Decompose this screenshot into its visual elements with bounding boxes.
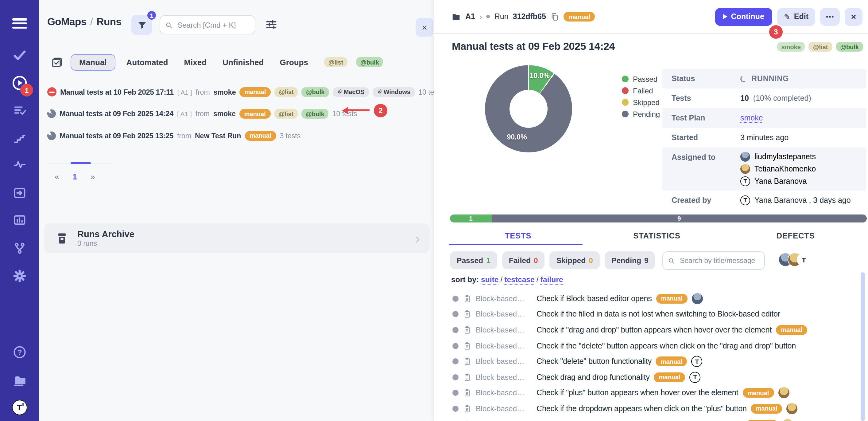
import-icon[interactable] bbox=[12, 186, 26, 200]
assignee[interactable]: liudmylastepanets bbox=[740, 151, 866, 162]
edit-button[interactable]: ✎ Edit bbox=[777, 8, 815, 26]
tab-unfinished[interactable]: Unfinished bbox=[222, 57, 264, 67]
run-row-1[interactable]: Manual tests at 10 Feb 2025 17:11 [ A1 ]… bbox=[39, 81, 434, 103]
sort-controls: sort by: suite/testcase/failure bbox=[451, 275, 563, 284]
app-root: 1 ? T GoMaps/Runs bbox=[0, 0, 868, 421]
manual-badge: manual bbox=[239, 87, 271, 97]
milestones-icon[interactable] bbox=[12, 241, 26, 255]
assignee[interactable]: TetianaKhomenko bbox=[740, 164, 866, 174]
clipboard-icon bbox=[463, 389, 471, 397]
page-next[interactable]: » bbox=[91, 172, 95, 181]
suite-crumb[interactable]: A1 bbox=[465, 12, 475, 21]
filter-label: Passed bbox=[457, 256, 483, 264]
filter-skipped[interactable]: Skipped0 bbox=[550, 251, 600, 269]
run-label: Run bbox=[494, 12, 508, 21]
testcases-icon[interactable] bbox=[12, 48, 27, 63]
filter-failed[interactable]: Failed0 bbox=[502, 251, 545, 269]
tab-automated[interactable]: Automated bbox=[126, 57, 168, 67]
run-id: 312dfb65 bbox=[513, 12, 546, 21]
sort-separator: / bbox=[536, 275, 539, 284]
test-row[interactable]: Block-based… Check if Block-based editor… bbox=[434, 291, 868, 306]
sidebar: 1 ? T bbox=[0, 0, 39, 421]
env-windows-chip: ⚙Windows bbox=[372, 87, 415, 97]
run-from-label: from bbox=[177, 132, 191, 140]
files-icon[interactable] bbox=[12, 372, 27, 388]
checklist-icon[interactable] bbox=[12, 104, 26, 118]
filter-passed[interactable]: Passed1 bbox=[450, 251, 497, 269]
assignee[interactable]: TYana Baranova bbox=[740, 176, 866, 187]
avatar-letter: T bbox=[693, 374, 697, 381]
spinner-icon bbox=[740, 75, 748, 83]
pending-dot-icon bbox=[453, 358, 459, 364]
runs-search[interactable] bbox=[160, 16, 255, 34]
more-button[interactable]: ⋯ bbox=[820, 8, 840, 26]
sort-by-testcase[interactable]: testcase bbox=[504, 275, 534, 284]
help-icon[interactable]: ? bbox=[12, 345, 27, 360]
pagination-indicator bbox=[48, 163, 112, 164]
assignee-avatar bbox=[692, 293, 703, 304]
info-label: Tests bbox=[672, 94, 740, 103]
tab-mixed[interactable]: Mixed bbox=[184, 57, 207, 67]
manual-badge: manual bbox=[751, 404, 782, 414]
test-suite: Block-based… bbox=[476, 294, 532, 303]
select-runs-icon[interactable] bbox=[51, 56, 63, 68]
breadcrumb-separator: / bbox=[90, 16, 93, 27]
sort-separator: / bbox=[500, 275, 502, 284]
test-row[interactable]: Block-based… Check if the "delete" butto… bbox=[434, 338, 868, 354]
sort-by-suite[interactable]: suite bbox=[481, 275, 498, 284]
steps-icon[interactable] bbox=[12, 132, 26, 145]
chart-legend: Passed Failed Skipped Pending bbox=[622, 73, 660, 120]
menu-icon[interactable] bbox=[12, 16, 27, 30]
test-row[interactable]: Block-based… Check if "plus" button appe… bbox=[434, 385, 868, 401]
sort-by-failure[interactable]: failure bbox=[540, 275, 563, 284]
filter-button[interactable]: 1 bbox=[131, 15, 152, 35]
chevron-right-icon: › bbox=[415, 229, 420, 247]
tab-manual[interactable]: Manual bbox=[71, 54, 115, 71]
tab-defects[interactable]: DEFECTS bbox=[726, 226, 865, 245]
collapse-list-button[interactable]: × bbox=[415, 18, 433, 37]
tab-groups[interactable]: Groups bbox=[280, 57, 308, 67]
tests-search[interactable] bbox=[662, 251, 765, 270]
run-source: smoke bbox=[213, 110, 236, 118]
filter-pending[interactable]: Pending9 bbox=[604, 251, 655, 269]
continue-button[interactable]: Continue bbox=[715, 8, 772, 26]
copy-icon[interactable] bbox=[550, 12, 560, 21]
settings-gear-icon[interactable] bbox=[12, 269, 27, 283]
page-prev[interactable]: « bbox=[55, 172, 59, 181]
funnel-icon bbox=[136, 20, 147, 30]
run-info-table: Status RUNNING Tests 10(10% completed) T… bbox=[662, 69, 866, 210]
run-row-3[interactable]: Manual tests at 09 Feb 2025 13:25 from N… bbox=[39, 125, 434, 147]
test-row-partial[interactable]: Block-based… Check if the dropdown appea… bbox=[434, 417, 868, 421]
test-row[interactable]: Block-based… Check "delete" button funct… bbox=[434, 354, 868, 369]
assignee-avatar-stack[interactable]: T bbox=[778, 253, 811, 267]
user-avatar[interactable]: T bbox=[12, 400, 27, 415]
reports-icon[interactable] bbox=[12, 213, 26, 227]
progress-pending-segment: 9 bbox=[492, 215, 867, 223]
breadcrumb-project[interactable]: GoMaps bbox=[47, 16, 87, 27]
test-row[interactable]: Block-based… Check if the filled in data… bbox=[434, 306, 868, 322]
activity-icon[interactable] bbox=[12, 158, 26, 172]
runs-search-input[interactable] bbox=[176, 20, 250, 30]
runs-archive-card[interactable]: Runs Archive 0 runs › bbox=[44, 223, 430, 253]
manual-badge: manual bbox=[239, 109, 271, 119]
tab-statistics[interactable]: STATISTICS bbox=[587, 226, 726, 245]
created-value: Yana Baranova , 3 days ago bbox=[754, 196, 851, 205]
tag-filter-bulk[interactable]: @bulk bbox=[356, 57, 383, 67]
test-plan-link[interactable]: smoke bbox=[740, 114, 763, 122]
filter-count: 1 bbox=[486, 256, 491, 264]
manual-badge: manual bbox=[654, 372, 685, 382]
scrollbar-thumb[interactable] bbox=[861, 272, 865, 421]
close-detail-button[interactable]: × bbox=[845, 8, 863, 26]
tag-filter-list[interactable]: @list bbox=[324, 57, 347, 67]
info-row-created: Created by TYana Baranova , 3 days ago bbox=[662, 191, 866, 210]
info-label: Status bbox=[672, 74, 740, 83]
test-row[interactable]: Block-based… Check drag and drop functio… bbox=[434, 369, 868, 385]
tests-search-input[interactable] bbox=[679, 256, 760, 265]
tab-tests[interactable]: TESTS bbox=[449, 226, 587, 245]
view-settings-icon[interactable] bbox=[265, 18, 278, 31]
bulk-tag: @bulk bbox=[836, 42, 863, 52]
test-row[interactable]: Block-based… Check if "drag and drop" bu… bbox=[434, 322, 868, 338]
test-row[interactable]: Block-based… Check if the dropdown appea… bbox=[434, 401, 868, 416]
page-current[interactable]: 1 bbox=[72, 172, 77, 181]
env-macos-chip: ⚙MacOS bbox=[333, 87, 369, 97]
